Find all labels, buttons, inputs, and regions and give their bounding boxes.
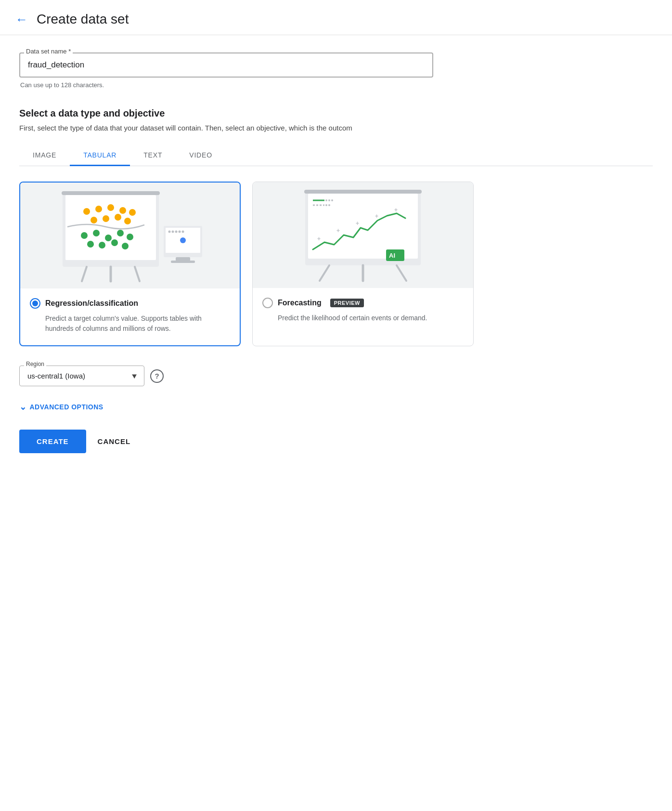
svg-text:+: + <box>317 235 321 242</box>
svg-point-19 <box>127 234 133 240</box>
card-regression-image <box>20 183 240 288</box>
svg-point-44 <box>331 199 333 201</box>
svg-text:+: + <box>394 207 398 213</box>
svg-point-30 <box>172 231 174 233</box>
svg-point-12 <box>103 215 109 222</box>
tab-image[interactable]: IMAGE <box>19 145 70 166</box>
section-desc: First, select the type of data that your… <box>19 124 549 132</box>
region-group: Region us-central1 (Iowa) ▼ ? <box>19 366 653 386</box>
dataset-name-hint: Can use up to 128 characters. <box>20 81 653 89</box>
section-title: Select a data type and objective <box>19 108 653 119</box>
advanced-options-toggle[interactable]: ⌄ ADVANCED OPTIONS <box>19 402 653 412</box>
advanced-options-label: ADVANCED OPTIONS <box>30 403 103 411</box>
card-forecasting-title: Forecasting <box>278 299 322 307</box>
svg-text:+: + <box>336 227 340 234</box>
back-button[interactable]: ← <box>15 13 28 26</box>
help-icon[interactable]: ? <box>150 369 164 383</box>
cancel-button[interactable]: CANCEL <box>98 437 131 445</box>
page-title: Create data set <box>37 12 129 27</box>
svg-line-3 <box>135 267 140 281</box>
region-label: Region <box>24 361 46 367</box>
dataset-name-field: Data set name * <box>19 52 433 78</box>
svg-point-33 <box>182 231 184 233</box>
svg-point-14 <box>124 218 131 224</box>
svg-point-9 <box>119 207 126 214</box>
svg-point-46 <box>328 204 330 206</box>
svg-point-22 <box>111 239 118 246</box>
objective-cards: Regression/classification Predict a targ… <box>19 182 653 346</box>
svg-line-38 <box>397 265 406 281</box>
card-forecasting-image: + + + + + AI <box>253 182 473 288</box>
card-regression-title: Regression/classification <box>45 299 138 308</box>
svg-point-16 <box>93 230 100 236</box>
tab-tabular[interactable]: TABULAR <box>70 145 130 166</box>
create-button[interactable]: CREATE <box>19 430 86 453</box>
card-regression[interactable]: Regression/classification Predict a targ… <box>19 182 241 346</box>
svg-point-18 <box>117 230 124 236</box>
tab-text[interactable]: TEXT <box>130 145 176 166</box>
svg-line-37 <box>320 265 329 281</box>
svg-point-20 <box>87 241 94 248</box>
svg-point-11 <box>90 217 97 223</box>
radio-forecasting[interactable] <box>262 298 273 308</box>
card-forecasting[interactable]: + + + + + AI Forecasting PREVIEW Predict… <box>252 182 474 346</box>
svg-point-29 <box>168 231 171 233</box>
svg-point-6 <box>83 208 90 215</box>
svg-rect-27 <box>171 261 195 263</box>
svg-point-31 <box>175 231 178 233</box>
svg-rect-5 <box>62 191 160 195</box>
svg-line-2 <box>82 267 87 281</box>
svg-point-15 <box>81 232 88 239</box>
card-regression-option[interactable]: Regression/classification <box>30 298 230 309</box>
svg-point-8 <box>107 204 114 211</box>
card-regression-body: Regression/classification Predict a targ… <box>20 288 240 345</box>
page-header: ← Create data set <box>0 0 672 35</box>
chevron-down-icon: ⌄ <box>19 402 27 412</box>
svg-text:AI: AI <box>389 252 395 259</box>
tab-video[interactable]: VIDEO <box>176 145 226 166</box>
card-forecasting-desc: Predict the likelihood of certain events… <box>278 313 464 323</box>
card-regression-desc: Predict a target column's value. Support… <box>45 314 230 334</box>
svg-point-43 <box>328 199 330 201</box>
svg-point-21 <box>99 242 105 249</box>
region-select-wrapper: Region us-central1 (Iowa) ▼ <box>19 366 144 386</box>
svg-text:+: + <box>375 213 378 220</box>
preview-badge: PREVIEW <box>330 299 364 307</box>
svg-point-13 <box>115 214 121 221</box>
svg-point-10 <box>129 209 136 216</box>
dataset-name-input[interactable] <box>19 52 433 78</box>
svg-rect-26 <box>176 257 190 261</box>
card-forecasting-option[interactable]: Forecasting PREVIEW <box>262 298 464 308</box>
region-select[interactable]: us-central1 (Iowa) <box>19 366 144 386</box>
actions-row: CREATE CANCEL <box>19 430 653 453</box>
card-forecasting-body: Forecasting PREVIEW Predict the likeliho… <box>253 288 473 335</box>
svg-point-7 <box>95 206 102 212</box>
dataset-name-label: Data set name * <box>24 48 73 55</box>
svg-rect-36 <box>304 190 422 194</box>
main-content: Data set name * Can use up to 128 charac… <box>0 35 672 472</box>
svg-point-23 <box>122 243 129 249</box>
svg-text:+: + <box>356 220 359 227</box>
svg-point-45 <box>325 204 327 206</box>
svg-point-17 <box>105 235 112 241</box>
radio-regression[interactable] <box>30 298 40 309</box>
svg-point-42 <box>325 199 327 201</box>
data-type-tabs: IMAGE TABULAR TEXT VIDEO <box>19 145 653 166</box>
svg-point-32 <box>179 231 181 233</box>
svg-point-28 <box>180 237 186 243</box>
svg-rect-35 <box>308 194 418 259</box>
